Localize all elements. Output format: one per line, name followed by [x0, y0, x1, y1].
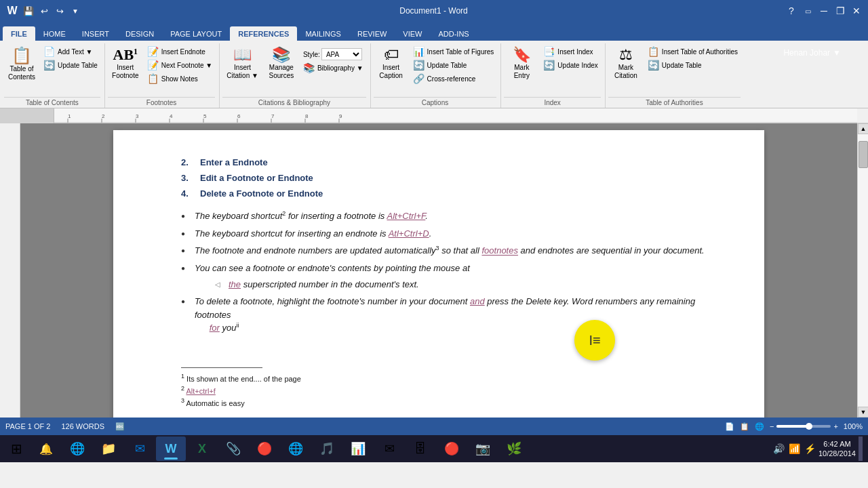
tab-view[interactable]: VIEW	[395, 26, 430, 41]
view-read-icon[interactable]: 📋	[740, 422, 749, 431]
mark-entry-button[interactable]: 🔖 MarkEntry	[504, 45, 539, 83]
taskbar: ⊞ 🔔 🌐 📁 ✉ W X 📎 🔴 🌐 🎵 📊 ✉ 🗄 🔴 📷 🌿 🔊 📶 ⚡ …	[0, 435, 868, 462]
taskbar-word[interactable]: W	[156, 436, 186, 461]
tab-mailings[interactable]: MAILINGS	[297, 26, 349, 41]
scroll-thumb[interactable]	[859, 141, 868, 168]
save-qat-button[interactable]: 💾	[22, 4, 35, 18]
taskbar-outlook[interactable]: 🔴	[250, 436, 279, 461]
zoom-in-button[interactable]: +	[833, 422, 837, 430]
insert-index-button[interactable]: 📑 Insert Index	[540, 45, 601, 58]
tab-design[interactable]: DESIGN	[117, 26, 162, 41]
insert-table-figures-icon: 📊	[413, 46, 425, 57]
taskbar-excel[interactable]: X	[187, 436, 217, 461]
table-of-contents-button[interactable]: 📋 Table ofContents	[4, 45, 39, 84]
add-text-button[interactable]: 📄 Add Text ▼	[41, 45, 100, 58]
tab-page-layout[interactable]: PAGE LAYOUT	[162, 26, 230, 41]
style-selector[interactable]: Style: APA MLA Chicago	[300, 47, 366, 61]
insert-caption-button[interactable]: 🏷 InsertCaption	[374, 45, 409, 83]
bullet-text: To delete a footnote, highlight the foot…	[195, 295, 710, 335]
zoom-thumb[interactable]	[806, 423, 812, 430]
bibliography-button[interactable]: 📚 Bibliography ▼	[300, 61, 366, 75]
svg-text:6: 6	[237, 113, 241, 119]
minimize-button[interactable]: ─	[818, 5, 830, 17]
fn-num-1: 1	[181, 373, 184, 380]
maximize-button[interactable]: ❐	[834, 5, 846, 17]
update-index-button[interactable]: 🔄 Update Index	[540, 58, 601, 72]
taskbar-explorer[interactable]: 📁	[94, 436, 123, 461]
customize-qat-button[interactable]: ▼	[68, 4, 82, 18]
taskbar-mail[interactable]: ✉	[125, 436, 155, 461]
taskbar-clock[interactable]: 6:42 AM 10/28/2014	[818, 439, 856, 459]
insert-citation-button[interactable]: 📖 InsertCitation ▼	[222, 45, 262, 83]
undo-qat-button[interactable]: ↩	[37, 4, 51, 18]
update-table-cap-button[interactable]: 🔄 Update Table	[410, 58, 497, 72]
bibliography-icon: 📚	[303, 62, 315, 73]
next-footnote-button[interactable]: 📝 Next Footnote ▼	[144, 58, 216, 72]
link-for: for	[210, 323, 220, 333]
update-table-auth-button[interactable]: 🔄 Update Table	[645, 58, 741, 72]
cross-reference-button[interactable]: 🔗 Cross-reference	[410, 72, 497, 85]
toc-icon: 📋	[12, 47, 32, 64]
show-desktop-button[interactable]	[859, 436, 863, 461]
taskbar-green[interactable]: 🌿	[499, 436, 529, 461]
taskbar-cam[interactable]: 📷	[468, 436, 498, 461]
scroll-down-button[interactable]: ▼	[858, 407, 868, 418]
numbered-list: 2. Enter a Endnote 3. Edit a Footnote or…	[181, 157, 710, 199]
insert-table-auth-button[interactable]: 📋 Insert Table of Authorities	[645, 45, 741, 58]
zoom-out-button[interactable]: −	[770, 422, 774, 430]
insert-footnote-button[interactable]: AB1 InsertFootnote	[108, 45, 143, 83]
svg-text:3: 3	[136, 113, 139, 119]
tab-home[interactable]: HOME	[35, 26, 74, 41]
list-item: ● To delete a footnote, highlight the fo…	[181, 295, 710, 335]
view-normal-icon[interactable]: 📄	[725, 422, 734, 431]
manage-sources-button[interactable]: 📚 ManageSources	[264, 45, 299, 83]
start-button[interactable]: ⊞	[3, 436, 30, 461]
taskbar-pdf[interactable]: 🔴	[437, 436, 467, 461]
user-arrow[interactable]: ▼	[833, 48, 841, 58]
tab-file[interactable]: FILE	[3, 26, 35, 41]
insert-citation-icon: 📖	[233, 47, 252, 62]
taskbar-chrome[interactable]: 🌐	[281, 436, 311, 461]
zoom-level[interactable]: 100%	[844, 422, 863, 430]
citations-small-group: Style: APA MLA Chicago 📚 Bibliography ▼	[300, 45, 366, 75]
tab-insert[interactable]: INSERT	[74, 26, 117, 41]
toc-group-label: Table of Contents	[4, 97, 100, 108]
update-table-button[interactable]: 🔄 Update Table	[41, 58, 100, 72]
sub-list-item: ◁ the superscripted number in the docume…	[181, 278, 710, 291]
zoom-control[interactable]: − +	[770, 422, 838, 430]
taskbar-mail2[interactable]: ✉	[374, 436, 404, 461]
title-bar-title: Document1 - Word	[82, 6, 785, 16]
zoom-bar[interactable]	[776, 425, 831, 428]
taskbar-access[interactable]: 📎	[218, 436, 248, 461]
bullet-text: You can see a footnote or endnote's cont…	[195, 262, 470, 275]
taskbar-right: 🔊 📶 ⚡ 6:42 AM 10/28/2014	[773, 436, 865, 461]
scroll-up-button[interactable]: ▲	[858, 123, 868, 134]
quick-access-toolbar: 💾 ↩ ↪ ▼	[22, 4, 82, 18]
mark-citation-button[interactable]: ⚖ MarkCitation	[608, 45, 644, 83]
style-select[interactable]: APA MLA Chicago	[321, 48, 362, 60]
tab-references[interactable]: REFERENCES	[230, 26, 297, 41]
zoom-fill	[776, 425, 809, 428]
mark-citation-label: MarkCitation	[614, 64, 637, 80]
scroll-track[interactable]	[858, 134, 868, 407]
scrollbar-right: ▲ ▼	[857, 123, 868, 418]
taskbar-fileexp[interactable]: 🗄	[406, 436, 435, 461]
show-notes-button[interactable]: 📋 Show Notes	[144, 72, 216, 85]
clock-date: 10/28/2014	[818, 449, 856, 458]
taskbar-ie[interactable]: 🌐	[62, 436, 92, 461]
index-group-content: 🔖 MarkEntry 📑 Insert Index 🔄 Update Inde…	[504, 43, 601, 96]
update-table-label: Update Table	[58, 62, 98, 69]
tab-add-ins[interactable]: ADD-INS	[430, 26, 477, 41]
list-item: 3. Edit a Footnote or Endnote	[181, 173, 710, 183]
insert-table-figures-button[interactable]: 📊 Insert Table of Figures	[410, 45, 497, 58]
ribbon-toggle-button[interactable]: ▭	[802, 5, 814, 17]
taskbar-onenote2[interactable]: 📊	[343, 436, 373, 461]
tab-review[interactable]: REVIEW	[349, 26, 395, 41]
view-web-icon[interactable]: 🌐	[755, 422, 764, 431]
close-button[interactable]: ✕	[850, 5, 863, 17]
help-button[interactable]: ?	[785, 5, 797, 17]
taskbar-onenote[interactable]: 🎵	[312, 436, 342, 461]
redo-qat-button[interactable]: ↪	[53, 4, 66, 18]
insert-endnote-button[interactable]: 📝 Insert Endnote	[144, 45, 216, 58]
taskbar-notifications[interactable]: 🔔	[31, 436, 61, 461]
